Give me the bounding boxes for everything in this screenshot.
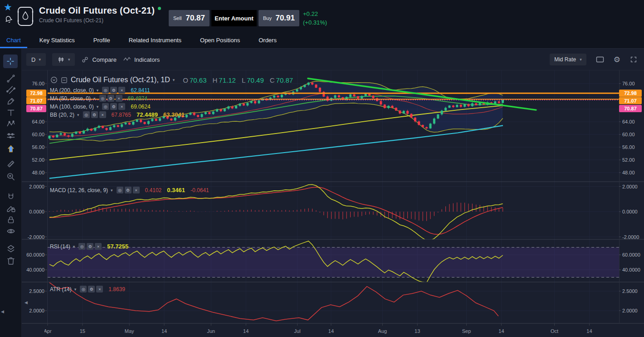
svg-text:40.0000: 40.0000 [622,267,640,273]
svg-text:70.87: 70.87 [30,106,43,111]
snapshot-icon[interactable] [595,55,605,64]
svg-text:56.00: 56.00 [32,144,44,150]
legend-ma100: MA (100, close, 0)▾ ◎⚙× 69.0624 [50,103,151,110]
svg-text:-2.0000: -2.0000 [622,234,639,240]
crosshair-tool[interactable] [3,55,18,68]
svg-text:2.0000: 2.0000 [622,184,638,189]
page-title: Crude Oil Futures (Oct-21) [39,5,161,16]
svg-text:14: 14 [161,328,167,334]
remove-drawings-trash-tool[interactable] [6,256,16,266]
settings-icon[interactable]: ⚙ [107,95,114,102]
visibility-icon[interactable]: ◎ [102,103,109,110]
forecast-tool[interactable] [6,131,16,141]
ohlc-values: O70.63 H71.12 L70.49 C70.87 [183,76,293,84]
settings-gear-icon[interactable]: ⚙ [614,56,620,64]
buy-price: 70.91 [275,14,295,23]
price-change: +0.22 (+0.31%) [303,10,327,27]
magnet-tool[interactable] [6,192,16,202]
settings-icon[interactable]: ⚙ [88,286,95,292]
chart-canvas[interactable]: 76.0076.0064.0064.0060.0060.0056.0056.00… [22,70,644,337]
remove-icon[interactable]: × [118,87,125,94]
settings-icon[interactable]: ⚙ [125,187,132,193]
settings-icon[interactable]: ⚙ [91,111,98,118]
collapse-panel-icon[interactable]: ◀ [1,309,4,314]
hide-drawings-eye-tool[interactable] [6,226,16,236]
settings-icon[interactable]: ⚙ [87,243,93,250]
svg-text:2.0000: 2.0000 [622,308,638,313]
svg-text:52.00: 52.00 [622,157,635,163]
svg-text:13: 13 [415,328,420,334]
object-tree-layers-tool[interactable] [6,244,16,254]
svg-text:2.0000: 2.0000 [29,308,44,313]
visibility-icon[interactable]: ◎ [102,87,109,94]
indicators-button[interactable]: Indicators [123,55,160,64]
sell-button[interactable]: Sell 70.87 [169,10,210,26]
svg-text:60.0000: 60.0000 [26,252,44,258]
trading-app: ★ Crude Oil Futures (Oct-21) Crude Oil F… [0,0,644,337]
tab-key-statistics[interactable]: Key Statistics [33,32,81,48]
drawing-mode-lock-tool[interactable] [6,203,16,213]
chart-style-dropdown[interactable]: ▾ [52,53,75,66]
xabcd-pattern-tool[interactable] [6,119,16,129]
tab-orders[interactable]: Orders [252,32,283,48]
trend-line-tool[interactable] [6,74,16,84]
zoom-in-tool[interactable] [6,172,16,182]
symbol-legend: Crude Oil Futures (Oct-21), 1D ▾ O70.63 … [50,76,293,84]
favorite-star-icon[interactable]: ★ [4,2,12,13]
remove-icon[interactable]: × [118,103,125,110]
text-tool[interactable] [6,108,16,118]
interval-dropdown[interactable]: D▾ [26,53,46,66]
gann-fib-tool[interactable] [6,85,16,95]
svg-text:14: 14 [328,328,334,334]
svg-text:48.00: 48.00 [32,170,44,175]
legend-ma200: MA (200, close, 0)▾ ◎⚙× 62.8411 [50,87,150,94]
price-chart[interactable]: 76.0076.0064.0064.0060.0060.0056.0056.00… [22,70,644,337]
tab-related-instruments[interactable]: Related Instruments [122,32,188,48]
compare-button[interactable]: Compare [81,56,116,64]
remove-icon[interactable]: × [95,243,102,250]
market-open-dot [158,7,161,10]
chevron-down-icon: ▾ [173,78,175,82]
visibility-icon[interactable]: ◎ [78,243,85,250]
settings-icon[interactable]: ⚙ [110,87,117,94]
legend-atr: ATR (14)▾ ◎⚙× 1.8639 [50,286,125,292]
measure-ruler-tool[interactable] [6,159,16,169]
visibility-icon[interactable]: ◎ [80,286,87,292]
instrument-subtitle: Crude Oil Futures (Oct-21) [39,17,103,24]
rate-mode-dropdown[interactable]: Mid Rate▾ [550,54,586,65]
visibility-icon[interactable]: ◎ [117,187,123,193]
svg-text:48.00: 48.00 [622,170,635,175]
visibility-icon[interactable]: ◎ [99,95,106,102]
svg-text:64.00: 64.00 [622,119,635,124]
chart-region: D▾ ▾ Compare Indicators Mid Rate▾ [22,49,644,337]
arrow-up-tool[interactable] [6,144,16,154]
price-alert-icon[interactable] [4,15,14,25]
tab-profile[interactable]: Profile [87,32,117,48]
remove-icon[interactable]: × [116,95,122,102]
svg-text:-2.0000: -2.0000 [28,234,44,240]
visibility-icon[interactable]: ◎ [83,111,90,118]
buy-button[interactable]: Buy 70.91 [259,10,299,26]
svg-text:40.0000: 40.0000 [26,267,44,273]
svg-text:76.00: 76.00 [622,81,635,86]
settings-icon[interactable]: ⚙ [110,103,117,110]
lock-drawings-tool[interactable] [6,215,16,225]
chevron-down-icon: ▾ [580,57,582,62]
svg-text:52.00: 52.00 [32,157,44,163]
sell-price: 70.87 [185,14,205,23]
pane-collapse-icon[interactable] [50,76,58,84]
svg-text:2.5000: 2.5000 [29,288,44,294]
tab-chart[interactable]: Chart [0,32,27,48]
pane-maximize-icon[interactable] [60,76,68,84]
enter-amount-button[interactable]: Enter Amount [211,10,257,26]
svg-text:71.07: 71.07 [624,98,637,104]
tab-open-positions[interactable]: Open Positions [194,32,246,48]
legend-symbol-title[interactable]: Crude Oil Futures (Oct-21), 1D [71,76,170,84]
svg-text:Oct: Oct [551,328,558,334]
remove-icon[interactable]: × [99,111,106,118]
svg-text:71.07: 71.07 [30,98,43,104]
fullscreen-icon[interactable] [629,55,638,64]
brush-tool[interactable] [6,96,16,106]
remove-icon[interactable]: × [96,286,103,292]
remove-icon[interactable]: × [133,187,140,193]
